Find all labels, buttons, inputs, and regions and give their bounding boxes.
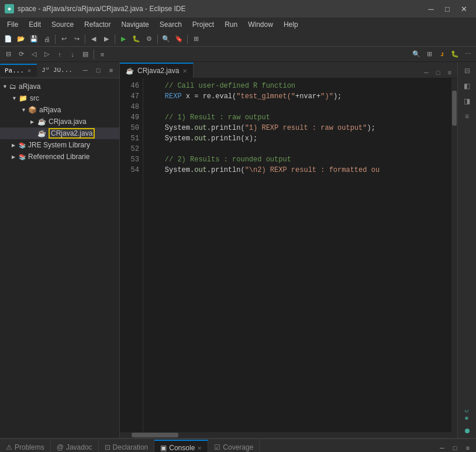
menu-source[interactable]: Source [47,19,78,30]
tb-save[interactable]: 💾 [28,33,40,45]
menu-refactor[interactable]: Refactor [80,19,115,30]
sidebar-menu[interactable]: ≡ [105,64,117,76]
editor-view-menu[interactable]: ≡ [444,67,455,78]
editor-scrollbar-thumb[interactable] [452,91,457,126]
editor-scrollbar-h[interactable] [120,432,457,438]
editor-scrollbar-v[interactable] [451,78,457,432]
panel-tab-console[interactable]: ▣ Console ✕ [154,440,208,452]
toolbar-sep-2 [85,34,85,44]
code-line-51: System.out.println(x); [148,133,447,144]
tb-debug[interactable]: 🐛 [130,33,142,45]
tb-new[interactable]: 📄 [2,33,14,45]
panel-tab-coverage[interactable]: ☑ Coverage [208,440,260,452]
minimize-button[interactable]: ─ [423,3,439,15]
menu-run[interactable]: Run [220,19,242,30]
menu-search[interactable]: Search [155,19,187,30]
menu-help[interactable]: Help [279,19,303,30]
editor-tab-actions: ─ □ ≡ [421,67,457,78]
tb-next[interactable]: ▶ [101,33,112,45]
tree-item-arjava-pkg[interactable]: ▼ 📦 aRjava [0,104,119,116]
tree-item-jre[interactable]: ▶ 📚 JRE System Library [0,139,119,151]
rs-btn-4[interactable]: ≡ [461,110,474,123]
tree-item-crjava[interactable]: ▶ ☕ CRjava.java [0,116,119,127]
rs-btn-1[interactable]: ⊟ [461,64,474,77]
editor-minimize[interactable]: ─ [421,67,432,78]
tb2-hierarchy[interactable]: ⊟ [2,49,14,60]
tb2-back[interactable]: ◁ [28,49,40,60]
tb-redo[interactable]: ↪ [71,33,82,45]
tree-item-reflib[interactable]: ▶ 📚 Referenced Librarie [0,151,119,163]
tb-undo[interactable]: ↩ [58,33,70,45]
maximize-button[interactable]: □ [440,3,455,15]
sidebar-tab-ju-label: Jᵁ JU... [42,66,73,74]
editor-tab-crjava2[interactable]: ☕ CRjava2.java ✕ [120,63,194,78]
toolbar-2: ⊟ ⟳ ◁ ▷ ↑ ↓ ▤ ≡ 🔍 ⊞ J 🐛 ⋯ [0,47,476,62]
panel-tab-javadoc-label: Javadoc [66,443,92,451]
code-area[interactable]: // Call user-defined R function REXP x =… [143,78,451,432]
tb-perspective[interactable]: ⊞ [190,33,202,45]
tb2-persp[interactable]: ⊞ [423,49,435,60]
tb2-up[interactable]: ↑ [54,49,65,60]
tb2-down[interactable]: ↓ [67,49,78,60]
sidebar-tabs: Pa... ✕ Jᵁ JU... ─ □ ≡ [0,62,119,78]
tb-open[interactable]: 📂 [15,33,27,45]
tree-label-crjava2: CRjava2.java [49,128,95,139]
editor-maximize[interactable]: □ [433,67,443,78]
tree-item-arjava[interactable]: ▼ 🗂 aRjava [0,81,119,92]
panel-tab-console-close[interactable]: ✕ [197,445,202,451]
close-button[interactable]: ✕ [456,3,471,15]
tree-label-src: src [30,94,39,102]
panel-tab-javadoc[interactable]: @ Javadoc [51,440,99,452]
panel-tab-actions: ─ □ ≡ [434,441,476,452]
sidebar: Pa... ✕ Jᵁ JU... ─ □ ≡ ▼ 🗂 aRjava ▼ [0,62,120,438]
tree-icon-arjava: 🗂 [9,82,16,91]
tb-ext[interactable]: ⚙ [143,33,155,45]
tb2-filter[interactable]: ▤ [80,49,91,60]
tb-search[interactable]: 🔍 [160,33,172,45]
tree-icon-crjava2: ☕ [37,129,46,137]
sidebar-tab-pa-label: Pa... [5,67,24,74]
line-numbers: 46 47 48 49 50 51 52 53 54 [120,78,143,432]
tb-print[interactable]: 🖨 [41,33,53,45]
panel-tab-declaration[interactable]: ⊡ Declaration [99,440,155,452]
code-line-48 [148,102,447,112]
menu-edit[interactable]: Edit [24,19,46,30]
editor-tab-crjava2-close[interactable]: ✕ [182,68,187,74]
panel-maximize[interactable]: □ [449,442,461,452]
tb2-more[interactable]: ⋯ [462,49,474,60]
sidebar-minimize[interactable]: ─ [80,64,91,76]
tb2-fwd[interactable]: ▷ [41,49,53,60]
tree-item-crjava2[interactable]: ☕ CRjava2.java [0,127,119,139]
panel-tab-problems-icon: ⚠ [6,443,12,451]
tree-arrow-jre: ▶ [12,143,19,148]
tree-item-src[interactable]: ▼ 📁 src [0,92,119,104]
sidebar-maximize[interactable]: □ [92,64,104,76]
sidebar-tab-junit[interactable]: Jᵁ JU... [37,64,77,76]
panel-menu[interactable]: ≡ [462,442,474,452]
panel-minimize[interactable]: ─ [436,442,448,452]
tb-run[interactable]: ▶ [118,33,129,45]
code-line-54: System.out.println("\n2) REXP result : f… [148,165,447,175]
sidebar-tab-pa-close[interactable]: ✕ [26,67,32,74]
tb2-sync[interactable]: ⟳ [15,49,27,60]
tb2-java[interactable]: J [436,49,448,60]
rs-btn-3[interactable]: ◨ [461,95,474,108]
panel-tab-problems[interactable]: ⚠ Problems [0,440,51,452]
tb-prev[interactable]: ◀ [88,33,99,45]
tb2-debug2[interactable]: 🐛 [449,49,461,60]
rs-btn-2[interactable]: ◧ [461,80,474,92]
menu-file[interactable]: File [2,19,23,30]
title-bar: ◆ space - aRjava/src/aRjava/CRjava2.java… [0,0,476,18]
code-line-53: // 2) Results : rounded output [148,154,447,165]
menu-project[interactable]: Project [188,19,219,30]
menu-window[interactable]: Window [243,19,278,30]
toolbar-sep-4 [157,34,158,44]
sidebar-tab-package-explorer[interactable]: Pa... ✕ [0,64,37,77]
tb2-search2[interactable]: 🔍 [411,49,422,60]
tb2-menu[interactable]: ≡ [96,49,108,60]
tb-bookmark[interactable]: 🔖 [173,33,185,45]
menu-navigate[interactable]: Navigate [116,19,153,30]
panel-tab-problems-label: Problems [15,443,44,451]
bottom-panel: ⚠ Problems @ Javadoc ⊡ Declaration ▣ Con… [0,438,476,452]
editor-hscrollbar-thumb[interactable] [132,433,178,437]
